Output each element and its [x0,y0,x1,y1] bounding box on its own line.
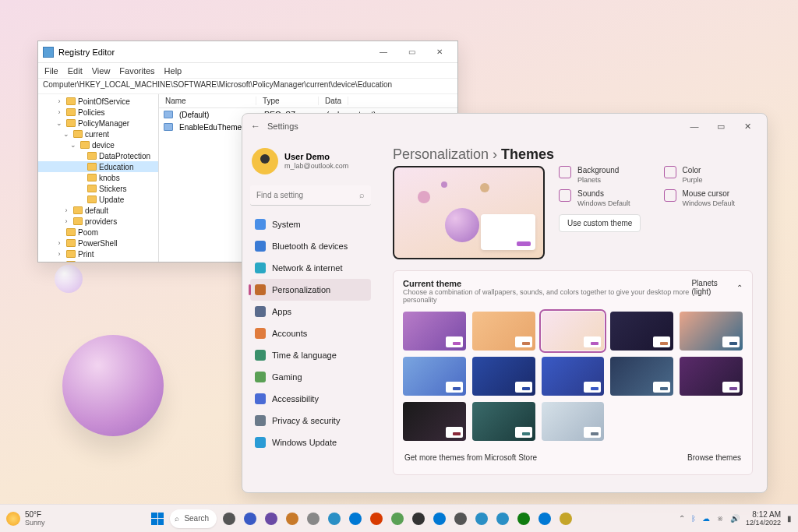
theme-thumbnail[interactable] [403,357,466,396]
tree-node[interactable]: ›Policies [38,107,158,118]
tree-node[interactable]: ⌄device [38,139,158,150]
taskbar-app-icon[interactable] [241,509,260,528]
taskbar-app-icon[interactable] [472,509,491,528]
use-custom-theme-button[interactable]: Use custom theme [559,214,641,232]
theme-thumbnail[interactable] [542,312,605,351]
theme-option-color[interactable]: ColorPurple [664,166,754,185]
taskbar-app-icon[interactable] [493,509,512,528]
theme-thumbnail[interactable] [610,312,673,351]
clock[interactable]: 8:12 AM 12/14/2022 [746,511,781,527]
nav-bluetooth-devices[interactable]: Bluetooth & devices [250,235,371,257]
taskbar-app-icon[interactable] [514,509,533,528]
nav-privacy-security[interactable]: Privacy & security [250,410,371,432]
weather-widget[interactable]: 50°F Sunny [6,511,45,527]
tree-node[interactable]: ›default [38,205,158,216]
tree-node[interactable]: Poom [38,227,158,238]
regedit-title: Registry Editor [58,48,370,57]
taskbar-app-icon[interactable] [304,509,323,528]
theme-thumbnail[interactable] [680,357,743,396]
tree-node[interactable]: knobs [38,172,158,183]
theme-thumbnail[interactable] [472,402,535,441]
tray-volume-icon[interactable]: 🔊 [730,514,740,523]
theme-option-background[interactable]: BackgroundPlanets [559,166,648,185]
nav-windows-update[interactable]: Windows Update [250,432,371,453]
theme-thumbnail[interactable] [542,402,605,441]
theme-thumbnail[interactable] [680,312,743,351]
close-button[interactable]: ✕ [426,44,453,61]
start-button[interactable] [148,509,167,528]
menu-file[interactable]: File [44,66,58,76]
taskbar-app-icon[interactable] [367,509,386,528]
theme-thumbnail[interactable] [472,357,535,396]
minimize-button[interactable]: — [681,122,708,131]
taskbar-app-icon[interactable] [346,509,365,528]
tree-node[interactable]: DataProtection [38,150,158,161]
taskbar-app-icon[interactable] [430,509,449,528]
breadcrumb-current: Themes [501,146,554,162]
tree-node[interactable]: Education [38,161,158,172]
close-button[interactable]: ✕ [734,122,761,132]
menu-view[interactable]: View [92,66,111,76]
taskbar-app-icon[interactable] [388,509,407,528]
taskbar-app-icon[interactable] [535,509,554,528]
tree-node[interactable]: ›Print [38,248,158,259]
maximize-button[interactable]: ▭ [398,44,425,61]
nav-system[interactable]: System [250,213,371,235]
current-theme-heading: Current theme [403,279,691,288]
theme-thumbnail[interactable] [610,357,673,396]
tree-node[interactable]: ›providers [38,216,158,227]
tree-node[interactable]: ⌄PolicyManager [38,118,158,129]
taskbar-app-icon[interactable] [325,509,344,528]
tree-node[interactable]: ⌄current [38,129,158,139]
taskbar-search[interactable]: ⌕ Search [170,509,217,528]
nav-apps[interactable]: Apps [250,301,371,322]
column-header[interactable]: Data [319,97,348,105]
theme-thumbnail[interactable] [403,402,466,441]
taskbar-app-icon[interactable] [556,509,575,528]
minimize-button[interactable]: — [370,44,397,61]
taskbar-app-icon[interactable] [283,509,302,528]
column-header[interactable]: Name [159,97,256,105]
taskbar-app-icon[interactable] [409,509,428,528]
nav-accounts[interactable]: Accounts [250,322,371,344]
tray-wifi-icon[interactable]: ⨳ [716,514,724,523]
nav-accessibility[interactable]: Accessibility [250,388,371,410]
tray-bluetooth-icon[interactable]: ᛒ [691,514,696,523]
nav-personalization[interactable]: Personalization [250,279,371,301]
menu-favorites[interactable]: Favorites [119,66,154,76]
column-header[interactable]: Type [256,97,319,105]
search-input[interactable] [250,185,371,206]
theme-option-sounds[interactable]: SoundsWindows Default [559,189,648,208]
nav-icon [255,284,266,295]
browse-themes-link[interactable]: Browse themes [687,453,741,462]
regedit-tree[interactable]: ›PointOfService›Policies⌄PolicyManager⌄c… [38,94,159,262]
breadcrumb-parent[interactable]: Personalization [393,146,489,162]
nav-time-language[interactable]: Time & language [250,344,371,366]
nav-gaming[interactable]: Gaming [250,366,371,388]
back-button[interactable]: ← [249,121,263,132]
avatar [252,148,278,174]
tree-node[interactable]: Stickers [38,183,158,194]
current-theme-expand[interactable]: Planets (light) ⌃ [691,279,743,296]
tree-node[interactable]: Update [38,194,158,205]
tray-chevron-icon[interactable]: ⌃ [679,514,685,523]
nav-network-internet[interactable]: Network & internet [250,257,371,279]
theme-thumbnail[interactable] [472,312,535,351]
menu-edit[interactable]: Edit [68,66,83,76]
theme-thumbnail[interactable] [542,357,605,396]
tray-onedrive-icon[interactable]: ☁ [702,514,710,523]
theme-thumbnail[interactable] [403,312,466,351]
maximize-button[interactable]: ▭ [708,122,734,132]
regedit-address[interactable]: Computer\HKEY_LOCAL_MACHINE\SOFTWARE\Mic… [38,79,457,94]
taskbar-app-icon[interactable] [220,509,238,528]
tree-node[interactable]: ›PointOfService [38,96,158,107]
notifications-icon[interactable]: ▮ [787,514,792,523]
taskbar-app-icon[interactable] [451,509,470,528]
tree-node[interactable]: ›Provisioning [38,259,158,262]
user-block[interactable]: User Demo m_lab@outlook.com [250,145,371,182]
breadcrumb: Personalization › Themes [393,146,753,163]
theme-option-mouse-cursor[interactable]: Mouse cursorWindows Default [664,189,754,208]
taskbar-app-icon[interactable] [262,509,281,528]
tree-node[interactable]: ›PowerShell [38,238,158,248]
menu-help[interactable]: Help [164,66,182,76]
